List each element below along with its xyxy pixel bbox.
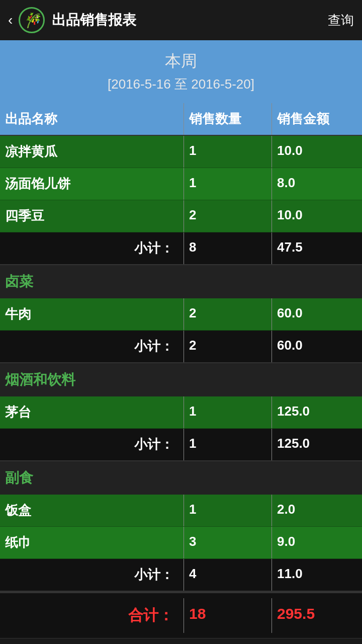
col-qty-header: 销售数量	[184, 103, 272, 135]
item-qty: 2	[184, 298, 272, 330]
item-name: 茅台	[0, 396, 184, 428]
item-name: 汤面馅儿饼	[0, 168, 184, 200]
item-amount: 8.0	[272, 168, 362, 200]
subtotal-label: 小计：	[0, 232, 184, 264]
subtotal-row: 小计： 8 47.5	[0, 232, 362, 265]
subtotal-qty: 2	[184, 331, 272, 362]
item-qty: 2	[184, 200, 272, 232]
item-name: 纸巾	[0, 527, 184, 558]
week-label: 本周	[5, 50, 357, 72]
subtotal-amount: 125.0	[272, 429, 362, 460]
table-row: 饭盒 1 2.0	[0, 495, 362, 527]
date-range: [2016-5-16 至 2016-5-20]	[5, 75, 357, 93]
table-row: 纸巾 3 9.0	[0, 527, 362, 559]
subtotal-qty: 8	[184, 232, 272, 264]
total-label: 合计：	[0, 598, 184, 633]
app-logo: 🎋	[19, 7, 45, 33]
item-name: 四季豆	[0, 200, 184, 232]
col-name-header: 出品名称	[0, 103, 184, 135]
total-qty: 18	[184, 598, 272, 633]
table-row: 茅台 1 125.0	[0, 396, 362, 429]
item-qty: 3	[184, 527, 272, 558]
item-qty: 1	[184, 168, 272, 200]
subtotal-row: 小计： 1 125.0	[0, 429, 362, 461]
subtotal-amount: 60.0	[272, 331, 362, 362]
subtotal-row: 小计： 4 11.0	[0, 559, 362, 592]
item-qty: 1	[184, 495, 272, 526]
date-header: 本周 [2016-5-16 至 2016-5-20]	[0, 40, 362, 103]
item-amount: 2.0	[272, 495, 362, 526]
total-row: 合计： 18 295.5	[0, 592, 362, 638]
item-amount: 125.0	[272, 396, 362, 428]
subtotal-amount: 11.0	[272, 559, 362, 591]
query-button[interactable]: 查询	[328, 12, 354, 29]
subtotal-amount: 47.5	[272, 232, 362, 264]
back-button[interactable]: ‹	[8, 12, 13, 28]
logo-icon: 🎋	[23, 12, 41, 29]
category-label: 副食	[0, 461, 362, 495]
subtotal-row: 小计： 2 60.0	[0, 331, 362, 363]
top-bar: ‹ 🎋 出品销售报表 查询	[0, 0, 362, 40]
subtotal-label: 小计：	[0, 429, 184, 460]
item-amount: 10.0	[272, 200, 362, 232]
item-name: 饭盒	[0, 495, 184, 526]
subtotal-qty: 1	[184, 429, 272, 460]
table-row: 凉拌黄瓜 1 10.0	[0, 136, 362, 168]
item-qty: 1	[184, 136, 272, 168]
item-amount: 60.0	[272, 298, 362, 330]
page-title: 出品销售报表	[52, 11, 328, 30]
subtotal-label: 小计：	[0, 331, 184, 362]
item-name: 凉拌黄瓜	[0, 136, 184, 168]
item-qty: 1	[184, 396, 272, 428]
table-row: 汤面馅儿饼 1 8.0	[0, 168, 362, 200]
nav-bar	[0, 638, 362, 644]
item-amount: 9.0	[272, 527, 362, 558]
item-name: 牛肉	[0, 298, 184, 330]
category-label: 烟酒和饮料	[0, 363, 362, 396]
subtotal-qty: 4	[184, 559, 272, 591]
report-table: 出品名称 销售数量 销售金额 凉拌黄瓜 1 10.0 汤面馅儿饼 1 8.0 四…	[0, 103, 362, 638]
table-header: 出品名称 销售数量 销售金额	[0, 103, 362, 136]
item-amount: 10.0	[272, 136, 362, 168]
table-row: 四季豆 2 10.0	[0, 200, 362, 232]
subtotal-label: 小计：	[0, 559, 184, 591]
table-row: 牛肉 2 60.0	[0, 298, 362, 331]
category-label: 卤菜	[0, 265, 362, 298]
total-amount: 295.5	[272, 598, 362, 633]
col-amount-header: 销售金额	[272, 103, 362, 135]
